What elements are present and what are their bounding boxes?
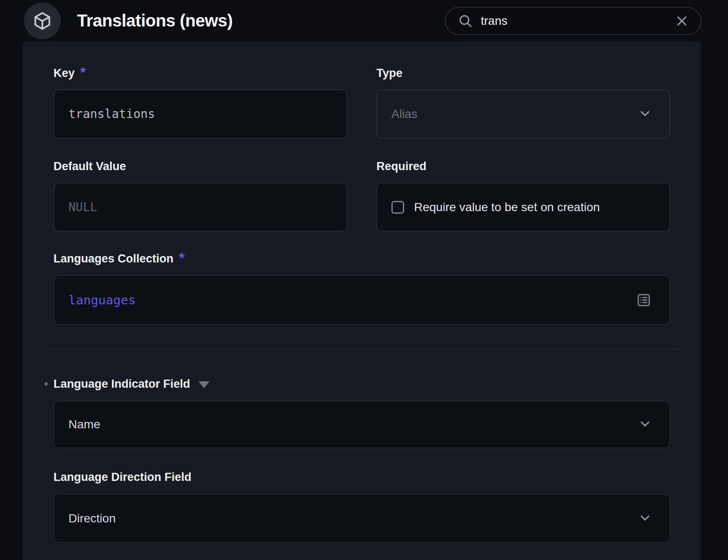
type-label-text: Type — [376, 66, 402, 80]
type-select-value: Alias — [391, 107, 417, 121]
close-icon[interactable] — [674, 13, 690, 29]
cube-icon — [32, 11, 53, 31]
language-indicator-label[interactable]: Language Indicator Field — [53, 377, 670, 391]
language-direction-label-text: Language Direction Field — [53, 470, 192, 484]
search-box[interactable] — [445, 7, 701, 35]
list-icon[interactable] — [636, 292, 651, 308]
type-label: Type — [376, 66, 670, 80]
default-value-input[interactable] — [68, 200, 332, 214]
key-input-wrap — [53, 89, 347, 139]
required-checkbox-label[interactable]: Require value to be set on creation — [414, 200, 600, 214]
language-indicator-value: Name — [68, 418, 101, 431]
languages-collection-value: languages — [68, 293, 136, 307]
key-label: Key ★ — [53, 66, 347, 80]
language-direction-value: Direction — [68, 512, 115, 525]
language-direction-select[interactable]: Direction — [53, 494, 670, 543]
language-direction-label: Language Direction Field — [53, 470, 670, 484]
default-value-field-group: Default Value — [53, 159, 347, 232]
default-value-label-text: Default Value — [53, 159, 126, 174]
search-icon — [458, 13, 473, 29]
default-value-label: Default Value — [53, 159, 347, 174]
key-input[interactable] — [68, 107, 332, 121]
required-star-icon: ★ — [80, 63, 87, 77]
type-select[interactable]: Alias — [376, 89, 670, 139]
chevron-down-icon — [638, 106, 652, 122]
required-checkbox[interactable] — [391, 201, 404, 214]
required-control: Require value to be set on creation — [376, 183, 670, 232]
type-field-group: Type Alias — [376, 66, 670, 139]
key-label-text: Key — [53, 66, 75, 80]
languages-collection-input[interactable]: languages — [53, 275, 670, 325]
required-label-text: Required — [376, 159, 426, 174]
field-detail-panel: Key ★ Type Alias Def — [23, 41, 701, 560]
collection-icon-badge — [24, 3, 61, 39]
triangle-down-icon[interactable] — [198, 381, 210, 388]
required-star-icon: ★ — [178, 248, 186, 263]
chevron-down-icon — [638, 510, 652, 527]
language-indicator-label-text: Language Indicator Field — [53, 377, 190, 391]
search-input[interactable] — [481, 14, 674, 28]
modified-indicator-dot — [44, 382, 48, 386]
language-indicator-select[interactable]: Name — [53, 401, 670, 448]
required-field-group: Required Require value to be set on crea… — [376, 159, 670, 232]
language-direction-field-group: Language Direction Field Direction — [53, 470, 670, 543]
languages-collection-label: Languages Collection ★ — [53, 251, 670, 266]
page-title: Translations (news) — [77, 11, 233, 30]
languages-collection-field-group: Languages Collection ★ languages — [53, 251, 670, 325]
key-field-group: Key ★ — [53, 66, 347, 139]
languages-collection-label-text: Languages Collection — [53, 251, 174, 266]
section-divider — [46, 348, 678, 350]
chevron-down-icon — [638, 416, 652, 433]
required-label: Required — [376, 159, 670, 174]
language-indicator-field-group: Language Indicator Field Name — [53, 377, 670, 448]
default-value-input-wrap — [53, 183, 347, 232]
drawer-header: Translations (news) — [0, 0, 728, 41]
